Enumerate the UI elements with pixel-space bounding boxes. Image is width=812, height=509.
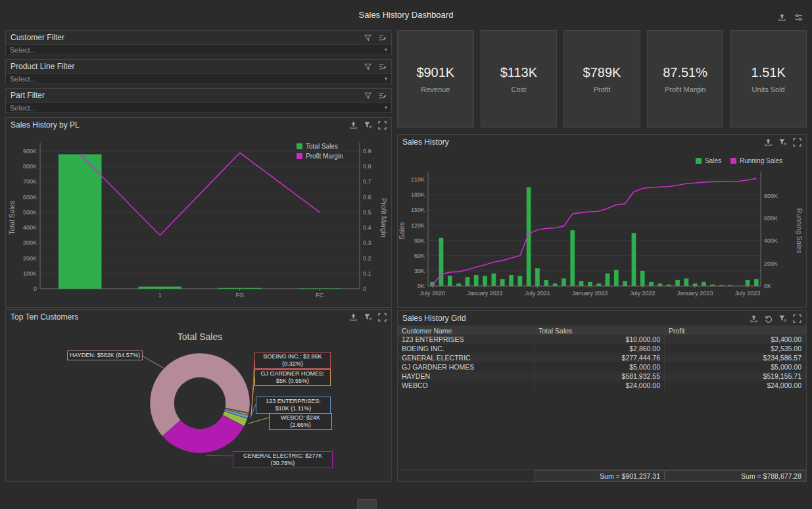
edit-list-icon[interactable] bbox=[378, 91, 387, 100]
grid-cell: GJ GARDNER HOMES bbox=[398, 362, 535, 372]
panel-header: Sales History Grid bbox=[398, 311, 806, 326]
pie-callout-label: 123 ENTERPRISES: $10K (1.11%) bbox=[256, 397, 331, 414]
svg-text:200K: 200K bbox=[764, 260, 778, 267]
kpi-row: $901KRevenue$113KCost$789KProfit87.51%Pr… bbox=[397, 30, 807, 128]
grid-cell: $3,400.00 bbox=[665, 335, 806, 344]
svg-text:July 2023: July 2023 bbox=[735, 290, 761, 297]
kpi-value: $789K bbox=[583, 65, 621, 80]
maximize-icon[interactable] bbox=[378, 121, 387, 130]
undo-icon[interactable] bbox=[764, 314, 773, 323]
maximize-icon[interactable] bbox=[378, 313, 387, 322]
pie-callout-label: WEBCO: $24K (2.66%) bbox=[269, 413, 332, 430]
table-row[interactable]: HAYDEN$581,932.55$519,155.71 bbox=[398, 372, 806, 381]
kpi-card-profit-margin: 87.51%Profit Margin bbox=[647, 30, 724, 128]
svg-text:Profit Margin: Profit Margin bbox=[380, 198, 388, 237]
svg-text:900K: 900K bbox=[23, 148, 37, 155]
grid-cell: $234,586.57 bbox=[665, 353, 806, 362]
chevron-down-icon: ▾ bbox=[385, 76, 387, 82]
legend-entry: Sales bbox=[696, 157, 721, 164]
kpi-value: $901K bbox=[416, 65, 454, 80]
legend-swatch bbox=[730, 158, 736, 164]
panel-sales-history: Sales History 0K30K60K90K120K150K180K210… bbox=[397, 134, 807, 308]
panel-toolbar bbox=[750, 314, 801, 323]
filter-icon[interactable] bbox=[364, 62, 372, 71]
panel-toolbar bbox=[364, 34, 387, 42]
filter-combobox[interactable]: Select...▾ bbox=[6, 73, 391, 84]
clear-master-filter-icon[interactable] bbox=[364, 121, 372, 130]
svg-text:0: 0 bbox=[363, 285, 366, 292]
table-row[interactable]: 123 ENTERPRISES$10,000.00$3,400.00 bbox=[398, 335, 806, 344]
filter-icon[interactable] bbox=[364, 91, 372, 100]
grid-cell: 123 ENTERPRISES bbox=[398, 335, 535, 344]
kpi-card-revenue: $901KRevenue bbox=[397, 30, 474, 128]
maximize-icon[interactable] bbox=[793, 314, 801, 323]
clear-master-filter-icon[interactable] bbox=[364, 313, 372, 322]
svg-text:January 2021: January 2021 bbox=[467, 290, 503, 297]
svg-text:0.6: 0.6 bbox=[363, 194, 371, 201]
svg-text:0K: 0K bbox=[418, 283, 425, 289]
svg-text:1: 1 bbox=[158, 292, 162, 299]
svg-text:120K: 120K bbox=[411, 222, 425, 229]
svg-text:600K: 600K bbox=[764, 215, 778, 222]
table-row[interactable]: GJ GARDNER HOMES$5,000.00$5,000.00 bbox=[398, 362, 806, 372]
panel-toolbar bbox=[364, 91, 387, 100]
svg-text:Sales: Sales bbox=[398, 222, 406, 239]
panel-title: Sales History Grid bbox=[402, 314, 466, 323]
filter-combobox[interactable]: Select...▾ bbox=[6, 102, 391, 112]
kpi-value: 87.51% bbox=[663, 65, 707, 80]
panel-toolbar bbox=[364, 62, 387, 71]
sales-history-chart[interactable]: 0K30K60K90K120K150K180K210K0K200K400K600… bbox=[398, 149, 806, 307]
svg-text:400K: 400K bbox=[23, 224, 37, 231]
legend-label: Sales bbox=[705, 157, 721, 164]
filter-icon[interactable] bbox=[364, 34, 372, 42]
clear-master-filter-icon[interactable] bbox=[778, 314, 787, 323]
export-icon[interactable] bbox=[764, 138, 773, 147]
table-row[interactable]: GENERAL ELECTRIC$277,444.76$234,586.57 bbox=[398, 353, 806, 362]
export-icon[interactable] bbox=[349, 121, 358, 130]
filter-combobox[interactable]: Select...▾ bbox=[6, 44, 391, 55]
kpi-label: Profit Margin bbox=[665, 85, 705, 93]
panel-sales-history-grid: Sales History Grid Customer NameTotal Sa… bbox=[397, 310, 807, 482]
svg-text:0.2: 0.2 bbox=[363, 255, 371, 262]
panel-title: Part Filter bbox=[11, 91, 45, 100]
grid-sum-cell: Sum = $788,677.28 bbox=[665, 470, 806, 481]
table-row[interactable]: WEBCO$24,000.00$24,000.00 bbox=[398, 381, 806, 390]
export-icon[interactable] bbox=[778, 13, 786, 22]
grid-cell: $24,000.00 bbox=[535, 381, 665, 390]
export-icon[interactable] bbox=[349, 313, 358, 322]
export-icon[interactable] bbox=[750, 314, 758, 323]
maximize-icon[interactable] bbox=[793, 138, 801, 147]
table-row[interactable]: BOEING INC.$2,860.00$2,535.00 bbox=[398, 344, 806, 353]
kpi-label: Cost bbox=[512, 85, 527, 93]
edit-list-icon[interactable] bbox=[378, 62, 387, 71]
svg-text:January 2023: January 2023 bbox=[677, 290, 713, 297]
svg-text:Total Sales: Total Sales bbox=[178, 331, 222, 342]
grid-cell: $2,860.00 bbox=[535, 344, 665, 353]
svg-text:Running Sales: Running Sales bbox=[796, 208, 803, 253]
kpi-value: $113K bbox=[500, 65, 537, 80]
parameters-icon[interactable] bbox=[794, 13, 803, 22]
bottom-panel-handle[interactable] bbox=[357, 499, 377, 509]
svg-text:60K: 60K bbox=[414, 253, 425, 259]
chart-legend: Total SalesProfit Margin bbox=[297, 143, 343, 160]
panel-header: Sales History by PL bbox=[6, 118, 391, 132]
grid-cell: BOEING INC. bbox=[398, 344, 535, 353]
filter-panel-product-line-filter: Product Line FilterSelect...▾ bbox=[5, 59, 392, 84]
panel-toolbar bbox=[349, 121, 387, 130]
svg-text:210K: 210K bbox=[411, 176, 425, 183]
sales-history-grid: Customer NameTotal SalesProfit123 ENTERP… bbox=[398, 326, 806, 481]
legend-entry: Profit Margin bbox=[297, 153, 343, 160]
dashboard-root: Sales History Dashboard Customer FilterS… bbox=[0, 0, 812, 509]
svg-text:200K: 200K bbox=[23, 255, 37, 262]
chart-legend: SalesRunning Sales bbox=[696, 157, 782, 164]
panel-header: Sales History bbox=[398, 135, 806, 149]
panel-header: Top Ten Customers bbox=[6, 310, 391, 324]
total-sales-donut-chart[interactable]: Total Sales bbox=[6, 324, 391, 481]
edit-list-icon[interactable] bbox=[378, 34, 387, 42]
svg-text:100K: 100K bbox=[23, 270, 37, 277]
grid-cell: $10,000.00 bbox=[535, 335, 665, 344]
pie-callout-label: GJ GARDNER HOMES: $5K (0.55%) bbox=[254, 369, 331, 386]
grid-cell: $2,535.00 bbox=[665, 344, 806, 353]
clear-master-filter-icon[interactable] bbox=[778, 138, 787, 147]
panel-title: Sales History bbox=[402, 137, 449, 147]
